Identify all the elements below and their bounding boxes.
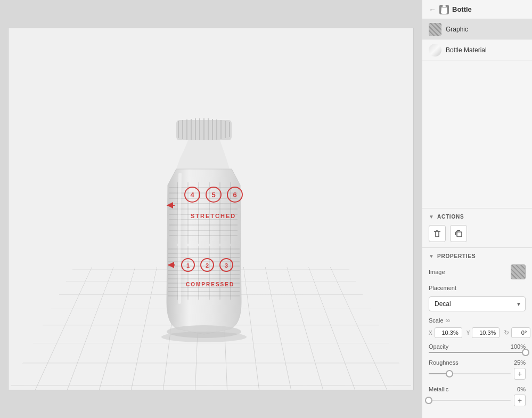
metallic-value: 0% xyxy=(517,386,526,392)
actions-chevron: ▼ xyxy=(429,214,434,220)
svg-text:1: 1 xyxy=(186,262,190,269)
layer-item-graphic[interactable]: Graphic xyxy=(422,19,532,40)
properties-title: PROPERTIES xyxy=(437,253,476,259)
svg-point-69 xyxy=(161,332,247,342)
actions-row xyxy=(429,225,526,242)
roughness-plus-button[interactable]: + xyxy=(514,368,526,380)
scale-x-input[interactable] xyxy=(435,327,462,338)
opacity-track[interactable] xyxy=(429,352,526,353)
delete-button[interactable] xyxy=(429,225,446,242)
scale-x-label: X xyxy=(429,330,432,336)
svg-text:COMPRESSED: COMPRESSED xyxy=(186,282,234,287)
placement-label-row: Placement xyxy=(429,285,526,291)
scale-inputs: X Y ↻ xyxy=(429,327,526,338)
graphic-layer-label: Graphic xyxy=(446,26,468,33)
opacity-header: Opacity 100% xyxy=(429,343,526,350)
roughness-header: Roughness 25% xyxy=(429,359,526,366)
metallic-plus-button[interactable]: + xyxy=(514,395,526,406)
3d-canvas[interactable]: 4 5 6 STRETCHED xyxy=(8,28,414,390)
metallic-label: Metallic xyxy=(429,386,448,392)
scale-section: Scale ∞ X Y ↻ xyxy=(429,317,526,338)
image-thumbnail[interactable] xyxy=(511,264,526,279)
metallic-slider-row: + xyxy=(429,395,526,406)
metallic-section: Metallic 0% + xyxy=(429,386,526,406)
panel-header: ← Bottle xyxy=(422,0,532,19)
image-row: Image xyxy=(429,264,526,279)
graphic-thumbnail xyxy=(429,23,441,36)
svg-text:6: 6 xyxy=(233,191,236,199)
back-button[interactable]: ← xyxy=(429,5,436,14)
panel-title: Bottle xyxy=(452,5,472,13)
scale-x-group: X xyxy=(429,327,462,338)
roughness-section: Roughness 25% + xyxy=(429,359,526,380)
metallic-track[interactable] xyxy=(429,400,511,401)
metallic-thumb[interactable] xyxy=(425,397,432,404)
layer-item-bottle-material[interactable]: Bottle Material xyxy=(422,40,532,61)
svg-text:2: 2 xyxy=(206,262,209,269)
duplicate-button[interactable] xyxy=(450,225,467,242)
image-label: Image xyxy=(429,269,445,275)
placement-select-wrapper: Decal Wrap Flat ▼ xyxy=(429,296,526,311)
opacity-slider-row xyxy=(429,352,526,353)
material-layer-label: Bottle Material xyxy=(446,46,487,54)
scale-y-label: Y xyxy=(466,330,470,336)
placement-label: Placement xyxy=(429,285,456,291)
scale-y-input[interactable] xyxy=(472,327,500,338)
properties-chevron: ▼ xyxy=(429,253,434,259)
link-icon[interactable]: ∞ xyxy=(446,317,451,324)
svg-text:4: 4 xyxy=(190,191,194,199)
placement-select[interactable]: Decal Wrap Flat xyxy=(429,296,526,311)
material-thumbnail xyxy=(429,44,441,57)
opacity-section: Opacity 100% xyxy=(429,343,526,353)
rotate-icon: ↻ xyxy=(504,329,509,336)
bottle-icon xyxy=(439,5,449,14)
viewport: 4 5 6 STRETCHED xyxy=(0,0,422,418)
roughness-value: 25% xyxy=(514,359,526,366)
properties-header[interactable]: ▼ PROPERTIES xyxy=(429,253,526,259)
rotate-input[interactable] xyxy=(511,327,530,338)
roughness-thumb[interactable] xyxy=(446,370,453,377)
svg-rect-71 xyxy=(457,232,462,237)
svg-text:STRETCHED: STRETCHED xyxy=(191,213,236,219)
right-panel: ← Bottle Graphic Bottle Material ▼ ACTIO… xyxy=(422,0,532,418)
scale-header: Scale ∞ xyxy=(429,317,526,324)
scale-label: Scale xyxy=(429,317,444,324)
bottle-3d-object: 4 5 6 STRETCHED xyxy=(135,100,273,368)
actions-header[interactable]: ▼ ACTIONS xyxy=(429,214,526,220)
roughness-label: Roughness xyxy=(429,359,459,366)
svg-text:3: 3 xyxy=(225,262,228,269)
opacity-thumb[interactable] xyxy=(522,349,529,356)
opacity-fill xyxy=(429,352,526,353)
svg-text:5: 5 xyxy=(211,191,215,199)
actions-section: ▼ ACTIONS xyxy=(422,208,532,247)
roughness-track[interactable] xyxy=(429,373,511,374)
opacity-label: Opacity xyxy=(429,343,448,350)
properties-section: ▼ PROPERTIES Image Placement Decal Wrap … xyxy=(422,247,532,418)
scale-y-group: Y xyxy=(466,327,500,338)
svg-rect-70 xyxy=(443,5,446,7)
rotate-group: ↻ xyxy=(504,327,530,338)
placement-section: Placement Decal Wrap Flat ▼ xyxy=(429,285,526,311)
metallic-header: Metallic 0% xyxy=(429,386,526,392)
roughness-slider-row: + xyxy=(429,368,526,380)
actions-title: ACTIONS xyxy=(437,214,464,220)
